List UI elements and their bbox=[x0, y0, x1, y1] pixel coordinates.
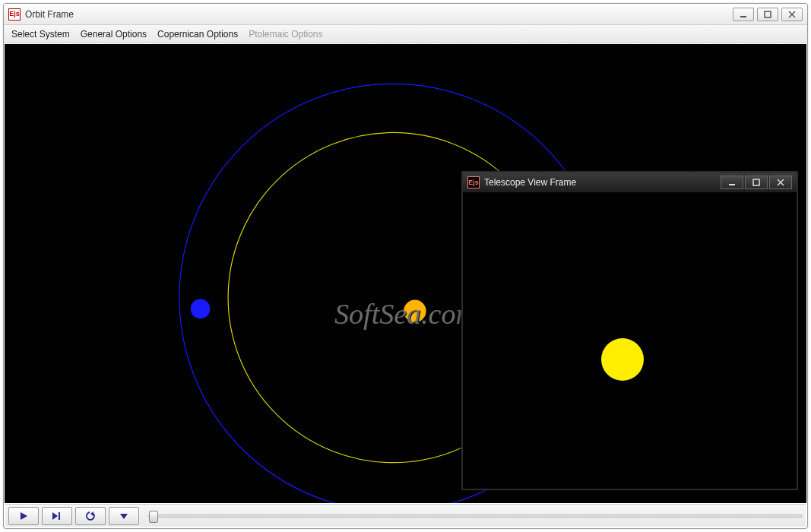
play-button[interactable] bbox=[8, 507, 39, 525]
svg-marker-4 bbox=[21, 512, 27, 520]
telescope-sun bbox=[601, 338, 644, 381]
maximize-icon bbox=[763, 10, 772, 19]
close-button[interactable] bbox=[781, 8, 803, 21]
menu-general-options[interactable]: General Options bbox=[81, 29, 147, 40]
reset-icon bbox=[85, 511, 96, 521]
minimize-button[interactable] bbox=[733, 8, 754, 21]
toolbar bbox=[5, 504, 806, 527]
maximize-icon bbox=[752, 179, 761, 186]
minimize-icon bbox=[727, 179, 737, 186]
svg-marker-7 bbox=[90, 511, 93, 516]
step-button[interactable] bbox=[42, 507, 72, 525]
menu-ptolemaic-options: Ptolemaic Options bbox=[249, 29, 322, 40]
close-icon bbox=[787, 10, 797, 19]
menubar: Select System General Options Copernican… bbox=[4, 25, 807, 43]
telescope-window[interactable]: Ejs Telescope View Frame bbox=[461, 171, 798, 490]
telescope-title: Telescope View Frame bbox=[484, 177, 576, 188]
close-icon bbox=[776, 179, 785, 186]
telescope-app-icon: Ejs bbox=[467, 176, 480, 188]
reset-button[interactable] bbox=[75, 507, 106, 525]
minimize-icon bbox=[739, 10, 748, 19]
telescope-canvas[interactable] bbox=[464, 194, 795, 487]
window-title: Orbit Frame bbox=[25, 9, 74, 20]
telescope-minimize-button[interactable] bbox=[721, 176, 743, 189]
svg-rect-1 bbox=[765, 11, 771, 17]
telescope-titlebar[interactable]: Ejs Telescope View Frame bbox=[463, 173, 797, 192]
menu-copernican-options[interactable]: Copernican Options bbox=[157, 29, 238, 40]
telescope-close-button[interactable] bbox=[769, 176, 792, 189]
sun-body bbox=[404, 300, 426, 323]
slider-track[interactable] bbox=[148, 515, 803, 518]
planet-body bbox=[191, 299, 211, 319]
time-slider[interactable] bbox=[148, 515, 803, 518]
step-icon bbox=[52, 511, 62, 521]
play-icon bbox=[19, 511, 28, 521]
options-button[interactable] bbox=[109, 507, 139, 525]
titlebar: Ejs Orbit Frame bbox=[4, 4, 807, 25]
svg-marker-5 bbox=[52, 512, 58, 520]
chevron-down-icon bbox=[119, 511, 128, 521]
svg-rect-10 bbox=[753, 179, 759, 185]
maximize-button[interactable] bbox=[757, 8, 778, 21]
svg-marker-8 bbox=[120, 514, 128, 519]
svg-rect-6 bbox=[59, 512, 60, 520]
menu-select-system[interactable]: Select System bbox=[11, 29, 70, 40]
slider-thumb[interactable] bbox=[149, 511, 158, 523]
telescope-maximize-button[interactable] bbox=[745, 176, 768, 189]
app-icon: Ejs bbox=[8, 8, 21, 21]
